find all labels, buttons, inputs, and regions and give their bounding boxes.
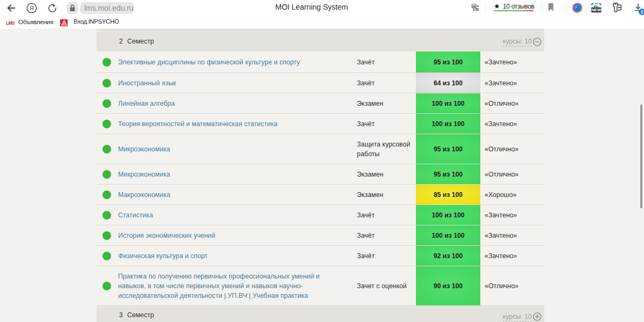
svg-text:Я: Я bbox=[30, 5, 34, 11]
svg-text:NEW: NEW bbox=[591, 8, 602, 12]
